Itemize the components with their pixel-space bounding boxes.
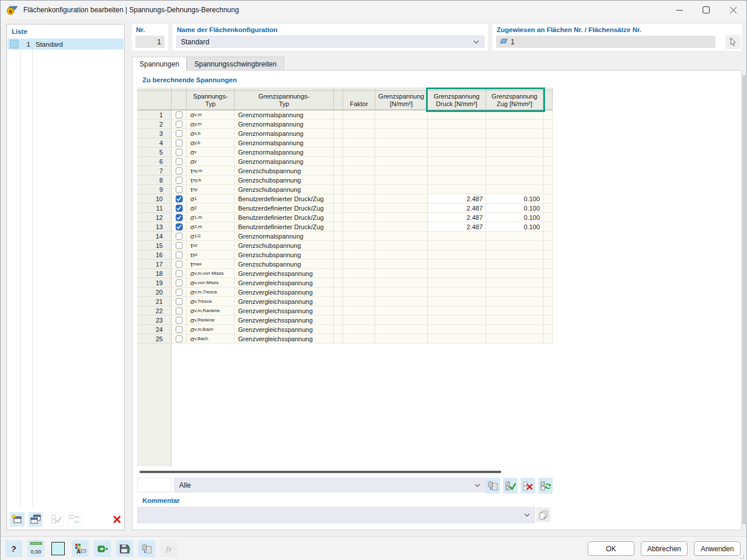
row-checkbox[interactable]: [172, 297, 187, 306]
limit-compression-cell[interactable]: [428, 166, 486, 176]
limit-compression-cell[interactable]: [428, 120, 486, 129]
limit-compression-cell[interactable]: [428, 306, 486, 316]
stress-type-cell[interactable]: τmax: [187, 260, 235, 269]
limit-tension-cell[interactable]: [486, 148, 543, 157]
limit-tension-cell[interactable]: 0.100: [486, 194, 543, 204]
comment-combobox[interactable]: [137, 507, 535, 523]
factor-cell[interactable]: [343, 334, 375, 344]
limit-tension-cell[interactable]: [486, 306, 543, 316]
limit-compression-cell[interactable]: 2.487: [428, 204, 486, 213]
limit-compression-cell[interactable]: [428, 297, 486, 306]
table-horizontal-scrollbar[interactable]: [137, 469, 553, 475]
row-checkbox[interactable]: [172, 288, 187, 297]
stress-type-cell[interactable]: σ1/2: [187, 232, 235, 241]
limit-stress-cell[interactable]: [375, 241, 428, 250]
stress-type-cell[interactable]: σv,m,Tresca: [187, 288, 235, 297]
limit-tension-cell[interactable]: [486, 166, 543, 176]
stress-type-cell[interactable]: σ1: [187, 194, 235, 204]
row-checkbox[interactable]: [172, 129, 187, 138]
limit-stress-cell[interactable]: [375, 194, 428, 204]
factor-cell[interactable]: [343, 241, 375, 250]
stress-type-cell[interactable]: σ2: [187, 204, 235, 213]
row-checkbox[interactable]: [172, 334, 187, 344]
limit-tension-cell[interactable]: [486, 185, 543, 194]
stress-type-cell[interactable]: τxz: [187, 241, 235, 250]
row-checkbox[interactable]: [172, 120, 187, 129]
filter-combobox[interactable]: Alle: [174, 478, 486, 492]
factor-cell[interactable]: [343, 166, 375, 176]
limit-stress-cell[interactable]: [375, 316, 428, 325]
row-checkbox[interactable]: [172, 232, 187, 241]
row-checkbox[interactable]: [172, 260, 187, 269]
resize-grip[interactable]: [738, 553, 745, 559]
save-as-default-button[interactable]: [116, 540, 133, 557]
row-checkbox[interactable]: [172, 157, 187, 166]
limit-stress-type-cell[interactable]: Grenznormalspannung: [235, 120, 334, 129]
limit-tension-cell[interactable]: [486, 334, 543, 344]
maximize-button[interactable]: [693, 1, 720, 19]
invert-selection-button[interactable]: [538, 478, 553, 494]
limit-tension-cell[interactable]: [486, 325, 543, 334]
factor-cell[interactable]: [343, 138, 375, 148]
limit-tension-cell[interactable]: [486, 176, 543, 185]
display-properties-button[interactable]: A: [72, 540, 89, 557]
limit-stress-type-cell[interactable]: Grenznormalspannung: [235, 157, 334, 166]
factor-cell[interactable]: [343, 288, 375, 297]
limit-stress-cell[interactable]: [375, 204, 428, 213]
stress-type-cell[interactable]: σv,m,von Mises: [187, 269, 235, 278]
stress-type-cell[interactable]: τxy,m: [187, 166, 235, 176]
limit-compression-cell[interactable]: [428, 241, 486, 250]
tab-spannungen[interactable]: Spannungen: [132, 57, 187, 71]
row-checkbox[interactable]: [172, 110, 187, 120]
limit-compression-cell[interactable]: [428, 260, 486, 269]
stress-type-cell[interactable]: σv,m,Rankine: [187, 306, 235, 316]
help-button[interactable]: ?: [5, 540, 22, 557]
limit-tension-cell[interactable]: [486, 260, 543, 269]
limit-stress-type-cell[interactable]: Grenzschubspannung: [235, 185, 334, 194]
assigned-field[interactable]: 1: [496, 36, 715, 48]
limit-compression-cell[interactable]: [428, 325, 486, 334]
row-checkbox[interactable]: [172, 269, 187, 278]
limit-stress-type-cell[interactable]: Benutzerdefinierter Druck/Zug: [235, 204, 334, 213]
limit-stress-cell[interactable]: [375, 325, 428, 334]
limit-tension-cell[interactable]: [486, 157, 543, 166]
color-sample-box[interactable]: [50, 540, 67, 557]
limit-stress-type-cell[interactable]: Grenzschubspannung: [235, 176, 334, 185]
factor-cell[interactable]: [343, 297, 375, 306]
limit-stress-type-cell[interactable]: Grenzvergleichsspannung: [235, 278, 334, 288]
ok-button[interactable]: OK: [588, 541, 634, 556]
limit-stress-cell[interactable]: [375, 148, 428, 157]
limit-compression-cell[interactable]: [428, 334, 486, 344]
limit-compression-cell[interactable]: [428, 138, 486, 148]
stress-type-cell[interactable]: σy,b: [187, 138, 235, 148]
limit-stress-cell[interactable]: [375, 269, 428, 278]
limit-stress-cell[interactable]: [375, 288, 428, 297]
limit-compression-cell[interactable]: [428, 157, 486, 166]
row-checkbox[interactable]: [172, 176, 187, 185]
row-checkbox[interactable]: [172, 213, 187, 222]
row-checkbox[interactable]: [172, 250, 187, 260]
limit-stress-cell[interactable]: [375, 278, 428, 288]
limit-stress-cell[interactable]: [375, 306, 428, 316]
limit-tension-cell[interactable]: 0.100: [486, 213, 543, 222]
limit-compression-cell[interactable]: [428, 185, 486, 194]
limit-stress-type-cell[interactable]: Benutzerdefinierter Druck/Zug: [235, 213, 334, 222]
factor-cell[interactable]: [343, 110, 375, 120]
stress-type-cell[interactable]: σv,Rankine: [187, 316, 235, 325]
apply-button[interactable]: Anwenden: [694, 541, 741, 556]
limit-stress-cell[interactable]: [375, 138, 428, 148]
select-all-button[interactable]: [503, 478, 518, 494]
stress-type-cell[interactable]: σv,Tresca: [187, 297, 235, 306]
copy-configuration-button[interactable]: [29, 512, 43, 527]
stress-type-cell[interactable]: τyz: [187, 250, 235, 260]
limit-stress-cell[interactable]: [375, 232, 428, 241]
limit-compression-cell[interactable]: [428, 316, 486, 325]
factor-cell[interactable]: [343, 176, 375, 185]
limit-stress-cell[interactable]: [375, 297, 428, 306]
limit-compression-cell[interactable]: [428, 129, 486, 138]
limit-compression-cell[interactable]: [428, 232, 486, 241]
limit-stress-type-cell[interactable]: Benutzerdefinierter Druck/Zug: [235, 222, 334, 232]
factor-cell[interactable]: [343, 222, 375, 232]
factor-cell[interactable]: [343, 129, 375, 138]
limit-compression-cell[interactable]: 2.487: [428, 213, 486, 222]
